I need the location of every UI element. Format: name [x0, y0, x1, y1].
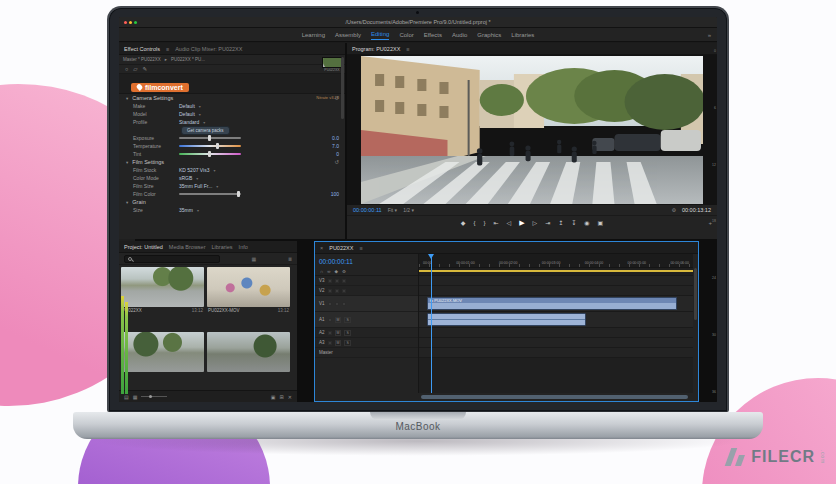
clip-item[interactable]: PU022XX 13:12 [121, 267, 204, 329]
clip-item[interactable] [207, 332, 290, 389]
track-sync-toggle[interactable] [335, 289, 339, 293]
clip-thumbnail[interactable] [121, 267, 204, 307]
workspace-tab-audio[interactable]: Audio [452, 30, 467, 40]
track-visibility-toggle[interactable] [342, 279, 346, 283]
playhead[interactable] [431, 254, 432, 393]
mute-toggle[interactable]: M [335, 330, 342, 336]
mute-toggle[interactable]: M [335, 340, 342, 346]
clip-item[interactable]: PU022XX-MOV 13:12 [207, 267, 290, 329]
timeline-ruler[interactable]: 00:00 00:00:01:00 00:00:02:00 00:00:03:0… [419, 254, 693, 268]
workspace-tab-learning[interactable]: Learning [302, 30, 325, 40]
track-sync-toggle[interactable] [335, 302, 339, 306]
tab-program[interactable]: Program: PU022XX [352, 46, 400, 52]
add-marker-button[interactable]: ◆ [461, 219, 466, 226]
pen-mask-icon[interactable]: ✎ [143, 66, 148, 72]
minimize-window-button[interactable] [129, 21, 132, 24]
collapse-icon[interactable]: ▾ [126, 96, 128, 101]
film-stock-dropdown[interactable]: KD 5207 Vis3 [179, 167, 209, 173]
extract-button[interactable]: ↧ [571, 219, 576, 226]
timeline-vertical-scrollbar[interactable] [694, 268, 697, 320]
thumbnail-zoom-slider[interactable] [141, 396, 167, 397]
reset-icon[interactable]: ↺ [334, 95, 339, 101]
zoom-window-button[interactable] [134, 21, 137, 24]
track-a1[interactable] [419, 312, 693, 328]
new-bin-icon[interactable]: ▣ [271, 394, 276, 400]
grain-group[interactable]: ▾ Grain [119, 198, 345, 206]
exposure-value[interactable]: 0.0 [332, 135, 339, 141]
track-header-v1[interactable]: V1 [315, 296, 418, 312]
camera-packs-button[interactable]: Get camera packs [181, 126, 230, 135]
track-header-v2[interactable]: V2 [315, 286, 418, 296]
track-header-a1[interactable]: A1 M S [315, 312, 418, 328]
mark-in-button[interactable]: { [473, 220, 475, 226]
grain-size-dropdown[interactable]: 35mm [179, 207, 193, 213]
collapse-icon[interactable]: ▾ [126, 160, 128, 165]
clip-thumbnail[interactable] [207, 332, 290, 372]
panel-menu-icon[interactable]: ≡ [359, 245, 362, 251]
rect-mask-icon[interactable]: ▱ [133, 66, 137, 72]
step-back-button[interactable]: ◁ [507, 219, 512, 226]
tint-value[interactable]: 0 [336, 151, 339, 157]
timeline-settings-icon[interactable]: ⚙ [342, 269, 346, 274]
track-lock-toggle[interactable] [328, 289, 332, 293]
workspace-tab-assembly[interactable]: Assembly [335, 30, 361, 40]
track-header-a3[interactable]: A3 M S [315, 338, 418, 348]
tab-effect-controls[interactable]: Effect Controls [124, 46, 160, 52]
profile-dropdown[interactable]: Standard [179, 119, 199, 125]
temperature-value[interactable]: 7.0 [332, 143, 339, 149]
add-marker-icon[interactable]: ◆ [334, 269, 337, 274]
workspace-tab-effects[interactable]: Effects [424, 30, 442, 40]
track-a3[interactable] [419, 338, 693, 348]
work-area-bar[interactable] [419, 268, 693, 276]
breadcrumb-clip[interactable]: PU022XX * PU... [171, 57, 205, 62]
step-forward-button[interactable]: ▷ [533, 219, 538, 226]
track-lock-toggle[interactable] [328, 302, 332, 306]
timeline-horizontal-scrollbar[interactable] [421, 395, 688, 399]
track-v2[interactable] [419, 286, 693, 296]
resolution-dropdown[interactable]: 1/2 ▾ [403, 207, 414, 213]
track-lock-toggle[interactable] [328, 318, 332, 322]
tab-info[interactable]: Info [239, 244, 248, 250]
mute-toggle[interactable]: M [335, 317, 342, 323]
search-input[interactable] [124, 255, 220, 263]
list-view-icon[interactable]: ▤ [124, 394, 129, 400]
close-window-button[interactable] [124, 21, 127, 24]
tab-audio-clip-mixer[interactable]: Audio Clip Mixer: PU022XX [175, 46, 242, 52]
track-master[interactable] [419, 348, 693, 358]
linked-selection-icon[interactable]: ∞ [327, 269, 330, 274]
track-sync-toggle[interactable] [335, 279, 339, 283]
track-header-a2[interactable]: A2 M S [315, 328, 418, 338]
track-v3[interactable] [419, 276, 693, 286]
export-frame-button[interactable]: ◉ [584, 219, 589, 226]
exposure-slider[interactable] [179, 137, 241, 139]
track-lock-toggle[interactable] [328, 331, 332, 335]
solo-toggle[interactable]: S [344, 317, 350, 323]
go-to-out-button[interactable]: ⇥ [545, 219, 550, 226]
tab-media-browser[interactable]: Media Browser [169, 244, 206, 250]
video-clip[interactable]: fx PU022XX.MOV [427, 297, 677, 310]
panel-menu-icon[interactable]: ≡ [166, 46, 169, 52]
clip-thumbnail[interactable] [207, 267, 290, 307]
delete-icon[interactable]: ✕ [288, 394, 292, 400]
tab-libraries[interactable]: Libraries [212, 244, 233, 250]
track-lock-toggle[interactable] [328, 279, 332, 283]
track-header-v3[interactable]: V3 [315, 276, 418, 286]
mark-out-button[interactable]: } [483, 220, 485, 226]
breadcrumb-master[interactable]: Master * PU022XX [123, 57, 161, 62]
track-lock-toggle[interactable] [328, 341, 332, 345]
tab-sequence[interactable]: PU022XX [329, 245, 353, 251]
clip-thumbnail[interactable] [121, 332, 204, 372]
program-timecode[interactable]: 00:00:00:11 [353, 207, 382, 213]
tint-slider[interactable] [179, 153, 241, 155]
film-color-slider[interactable] [179, 193, 241, 195]
camera-settings-group[interactable]: ▾ Camera Settings ↺ [119, 94, 345, 102]
reset-icon[interactable]: ↺ [334, 159, 339, 165]
workspace-tab-color[interactable]: Color [399, 30, 413, 40]
track-header-master[interactable]: Master [315, 348, 418, 358]
track-visibility-toggle[interactable] [342, 289, 346, 293]
traffic-light-buttons[interactable] [124, 21, 137, 24]
audio-clip[interactable] [427, 313, 586, 326]
icon-view-icon[interactable]: ▦ [133, 394, 138, 400]
ellipse-mask-icon[interactable]: ○ [125, 66, 128, 72]
track-v1[interactable]: fx PU022XX.MOV [419, 296, 693, 312]
